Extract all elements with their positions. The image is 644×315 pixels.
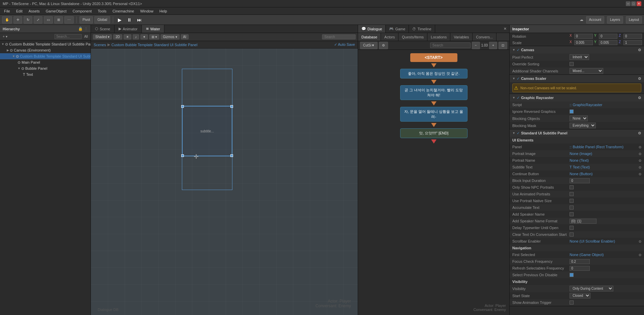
select-previous-checkbox[interactable]	[570, 273, 574, 277]
hier-item-main[interactable]: ⊙ Main Panel	[0, 59, 91, 65]
menu-file[interactable]: File	[1, 8, 13, 14]
scale-tool-btn[interactable]: ⤢	[34, 16, 42, 24]
sp-check[interactable]: ✓	[517, 131, 520, 135]
focus-check-input[interactable]	[570, 259, 590, 264]
scale-z-input[interactable]	[623, 40, 642, 45]
dlg-zoom-in-btn[interactable]: +	[489, 42, 497, 49]
scene-extra-btn[interactable]: ⊞ ▾	[149, 34, 159, 39]
continue-button-value[interactable]: None (Button)	[570, 172, 637, 176]
pixel-perfect-value[interactable]: Inherit	[570, 54, 641, 60]
portrait-name-value[interactable]: None (Text)	[570, 158, 637, 162]
use-animated-checkbox[interactable]	[570, 192, 574, 196]
hier-item-root[interactable]: ▼ ⊙ Custom Bubble Template Standard UI S…	[0, 41, 91, 47]
hier-add-btn[interactable]: + ▾	[1, 34, 9, 39]
custom-tool-btn[interactable]: ⋯	[64, 16, 74, 24]
additional-shader-select[interactable]: Mixed...	[570, 68, 603, 74]
canvas-settings-icon[interactable]: ⚙	[638, 48, 641, 52]
hand-tool-btn[interactable]: ✋	[2, 16, 12, 24]
rotation-x-input[interactable]	[574, 34, 593, 39]
ai-btn[interactable]: AI	[181, 34, 189, 39]
menu-cinemachine[interactable]: Cinemachine	[110, 8, 137, 14]
node-1[interactable]: 좋아, 아직 몸은 정상인 것 같군.	[400, 69, 468, 78]
use-portrait-native-checkbox[interactable]	[570, 199, 574, 203]
close-btn[interactable]: ✕	[637, 1, 641, 6]
menu-help[interactable]: Help	[157, 8, 170, 14]
accumulate-text-checkbox[interactable]	[570, 206, 574, 210]
scrollbar-value[interactable]: None (UI Scrollbar Enabler)	[570, 239, 637, 243]
menu-gameobject[interactable]: GameObject	[43, 8, 69, 14]
tab-timeline[interactable]: ⏱ Timeline	[409, 25, 435, 33]
selected-rect[interactable]: subtitle...	[182, 106, 232, 156]
only-show-npc-checkbox[interactable]	[570, 185, 574, 189]
subtitle-panel-header[interactable]: ▼ ✓ Standard UI Subtitle Panel ⚙	[510, 129, 644, 137]
bc-scenes[interactable]: Scenes	[94, 43, 106, 47]
scale-x-input[interactable]	[574, 40, 593, 45]
scrollbar-link-icon[interactable]: ⊙	[639, 240, 641, 243]
tab-water[interactable]: ≋ Water	[142, 25, 164, 33]
layout-btn[interactable]: Layout	[626, 16, 642, 24]
add-speaker-name-checkbox[interactable]	[570, 212, 574, 216]
gr-check[interactable]: ✓	[517, 96, 520, 100]
hier-item-canvas[interactable]: ▶ ⊙ Canvas (Environment)	[0, 47, 91, 53]
subtab-locations[interactable]: Locations	[427, 33, 450, 41]
subtab-quests[interactable]: Quests/Items	[398, 33, 427, 41]
panel-value[interactable]: :: Bubble Panel (Rect Transform)	[570, 145, 637, 149]
menu-assets[interactable]: Assets	[26, 8, 42, 14]
transform-tool-btn[interactable]: ⊞	[54, 16, 63, 24]
gr-script-value[interactable]: :: GraphicRaycaster	[570, 103, 641, 107]
subtab-actors[interactable]: Actors	[381, 33, 398, 41]
hierarchy-menu-icon[interactable]: ⋮	[84, 27, 88, 31]
portrait-name-link-icon[interactable]: ⊙	[639, 159, 641, 162]
hier-item-custom[interactable]: ▼ ⊙ Custom Bubble Template Standard UI S…	[0, 53, 91, 59]
shaded-btn[interactable]: Shaded ▾	[93, 34, 112, 39]
subtitle-text-value[interactable]: T Text (Text)	[570, 165, 637, 169]
handle-tl[interactable]	[181, 105, 184, 108]
dlg-zoom-out-btn[interactable]: −	[472, 42, 480, 49]
canvas-scaler-settings-icon[interactable]: ⚙	[638, 76, 641, 81]
first-selected-value[interactable]: None (Game Object)	[570, 253, 637, 257]
dlg-tool-btn[interactable]: ⚙	[379, 42, 388, 49]
canvas-scaler-check[interactable]: ✓	[517, 76, 520, 81]
rect-tool-btn[interactable]: ▭	[44, 16, 53, 24]
play-btn[interactable]: ▶	[116, 17, 124, 23]
node-3[interactable]: 자, 문을 열어 들테니 상황을 보고 올려-	[400, 107, 468, 122]
start-node[interactable]: <START>	[410, 53, 457, 62]
add-speaker-name-format-input[interactable]	[570, 219, 597, 224]
rotation-z-input[interactable]	[623, 34, 642, 39]
lighting-btn[interactable]: ☀	[124, 34, 131, 39]
visibility-select[interactable]: Only During Content	[570, 286, 613, 291]
subtab-database[interactable]: Database	[358, 33, 381, 41]
first-selected-link-icon[interactable]: ⊙	[639, 253, 641, 257]
continue-button-link-icon[interactable]: ⊙	[639, 172, 641, 176]
bc-file[interactable]: Custom Bubble Template Standard UI Subti…	[111, 43, 197, 47]
menu-tools[interactable]: Tools	[95, 8, 109, 14]
menu-component[interactable]: Component	[70, 8, 94, 14]
portrait-image-link-icon[interactable]: ⊙	[639, 152, 641, 156]
node-2[interactable]: 곧 그 녀석이 눈치챌거야. 빨리 도망쳐야 해!	[400, 85, 468, 100]
panel-link-icon[interactable]: ⊙	[639, 145, 641, 149]
hier-search-input[interactable]	[55, 34, 82, 39]
portrait-image-value[interactable]: None (Image)	[570, 152, 637, 156]
gr-ignore-checkbox[interactable]	[570, 109, 574, 114]
pause-btn[interactable]: ⏸	[125, 17, 134, 23]
cutsi-btn[interactable]: CutSi▼	[360, 42, 378, 49]
canvas-check[interactable]: ✓	[517, 48, 520, 52]
fx-btn[interactable]: ✦	[140, 34, 148, 39]
scene-viewport[interactable]: subtitle... ✛ Actor: Player Conversant: …	[91, 49, 358, 315]
gr-blocking-mask-select[interactable]: Everything	[570, 123, 596, 128]
tab-animator[interactable]: ▶ Animator	[115, 25, 142, 33]
scale-y-input[interactable]	[599, 40, 617, 45]
dlg-fit-btn[interactable]: ⊡	[498, 42, 507, 49]
layers-btn[interactable]: Layers	[607, 16, 623, 24]
gr-settings-icon[interactable]: ⚙	[638, 96, 641, 100]
2d-btn[interactable]: 2D	[113, 34, 122, 39]
canvas-section-header[interactable]: ▼ ✓ Canvas ⚙	[510, 46, 644, 54]
delay-typewriter-checkbox[interactable]	[570, 226, 574, 230]
gizmos-btn[interactable]: Gizmos ▾	[161, 34, 180, 39]
scene-search-input[interactable]	[322, 34, 356, 39]
rotate-tool-btn[interactable]: ↻	[24, 16, 32, 24]
graphic-raycaster-header[interactable]: ▼ ✓ Graphic Raycaster ⚙	[510, 94, 644, 101]
subtab-convers[interactable]: Convers...	[473, 33, 496, 41]
override-sorting-checkbox[interactable]	[570, 62, 574, 66]
tab-dialogue[interactable]: 💬 Dialogue	[358, 25, 386, 33]
